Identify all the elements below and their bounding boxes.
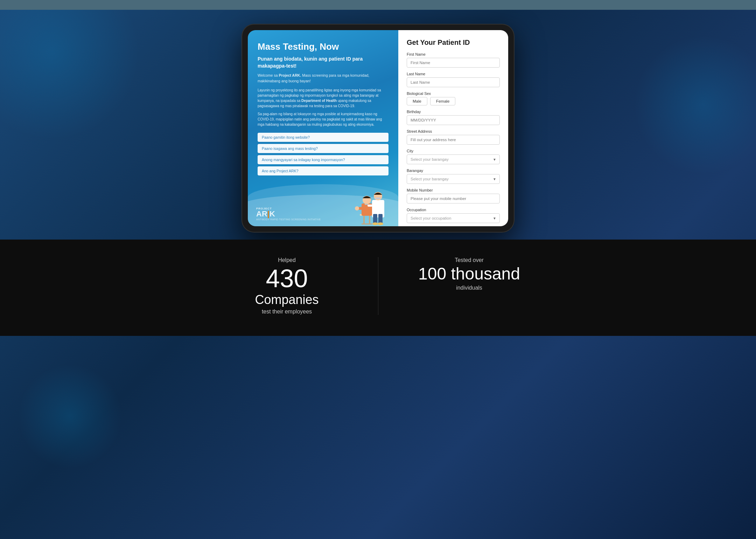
sex-button-group: Male Female: [407, 97, 500, 105]
left-panel: Mass Testing, Now Punan ang biodata, kun…: [248, 30, 398, 226]
occupation-label: Occupation: [407, 208, 500, 212]
last-name-label: Last Name: [407, 72, 500, 76]
tablet-screen: Mass Testing, Now Punan ang biodata, kun…: [248, 30, 508, 226]
svg-rect-9: [373, 214, 377, 224]
mobile-label: Mobile Number: [407, 188, 500, 192]
svg-rect-3: [362, 223, 372, 224]
project-logo: PROJECT AR | K ANTIBODY RAPID TESTING SC…: [256, 207, 321, 221]
last-name-input[interactable]: [407, 77, 500, 87]
city-label: City: [407, 149, 500, 153]
svg-point-11: [372, 222, 378, 225]
individuals-number: 100 thousand: [399, 265, 539, 283]
subtitle: Punan ang biodata, kunin ang patient ID …: [258, 56, 388, 69]
svg-point-7: [355, 206, 359, 210]
barangay-select[interactable]: Select your barangay: [407, 174, 500, 184]
companies-label: Companies: [217, 292, 357, 307]
city-select[interactable]: Select your barangay: [407, 154, 500, 164]
faq-button-4[interactable]: Ano ang Project ARK?: [258, 166, 388, 175]
street-group: Street Address: [407, 129, 500, 145]
barangay-group: Barangay Select your barangay ▼: [407, 168, 500, 184]
patient-figure: [355, 196, 374, 224]
street-input[interactable]: [407, 135, 500, 145]
stats-section: Helped 430 Companies test their employee…: [0, 240, 756, 336]
welcome-text: Welcome sa Project ARK. Mass screening p…: [258, 73, 388, 84]
birthday-group: Birthday: [407, 110, 500, 125]
female-button[interactable]: Female: [430, 97, 455, 105]
birthday-input[interactable]: [407, 115, 500, 125]
logo-ark-text: AR | K: [256, 210, 321, 218]
companies-number: 430: [217, 265, 357, 292]
birthday-label: Birthday: [407, 110, 500, 114]
logo-tagline: ANTIBODY RAPID TESTING SCREENING INITIAT…: [256, 218, 321, 221]
svg-rect-15: [365, 204, 368, 205]
tested-label: Tested over: [399, 257, 539, 263]
companies-desc: test their employees: [217, 309, 357, 315]
illustration: [339, 181, 395, 226]
faq-section: Paano gamitin itong website? Paano isaga…: [258, 133, 388, 175]
bio-sex-label: Biological Sex: [407, 91, 500, 96]
companies-stat: Helped 430 Companies test their employee…: [217, 257, 357, 315]
body-text-1: Layunin ng proyektong ito ang panatilihi…: [258, 88, 388, 109]
occupation-select[interactable]: Select your occupation: [407, 213, 500, 223]
page-background: Mass Testing, Now Punan ang biodata, kun…: [0, 0, 756, 539]
first-name-group: First Name: [407, 52, 500, 68]
first-name-input[interactable]: [407, 58, 500, 68]
mobile-input[interactable]: [407, 194, 500, 203]
form-panel: Get Your Patient ID First Name Last Name…: [398, 30, 508, 226]
helped-label: Helped: [217, 257, 357, 263]
form-title: Get Your Patient ID: [407, 39, 500, 47]
svg-rect-10: [378, 214, 383, 224]
svg-rect-2: [369, 216, 370, 224]
barangay-select-wrapper: Select your barangay ▼: [407, 174, 500, 184]
last-name-group: Last Name: [407, 72, 500, 87]
svg-rect-14: [368, 205, 373, 207]
individuals-stat: Tested over 100 thousand individuals: [399, 257, 539, 291]
bio-sex-group: Biological Sex Male Female: [407, 91, 500, 105]
faq-button-3[interactable]: Anong mangyayari sa inilagay kong imporm…: [258, 155, 388, 164]
first-name-label: First Name: [407, 52, 500, 56]
occupation-group: Occupation Select your occupation ▼: [407, 208, 500, 223]
barangay-label: Barangay: [407, 168, 500, 173]
svg-point-12: [378, 222, 383, 225]
individuals-desc: individuals: [399, 285, 539, 291]
main-title: Mass Testing, Now: [258, 41, 388, 52]
body-text-2: Sa pag-alam ng bilang at lokasyon ng mga…: [258, 111, 388, 127]
svg-rect-1: [363, 216, 365, 224]
faq-button-2[interactable]: Paano isagawa ang mass testing?: [258, 144, 388, 153]
city-group: City Select your barangay ▼: [407, 149, 500, 164]
stats-divider: [378, 257, 378, 315]
male-button[interactable]: Male: [407, 97, 427, 105]
tablet-wrapper: Mass Testing, Now Punan ang biodata, kun…: [0, 10, 756, 240]
faq-button-1[interactable]: Paano gamitin itong website?: [258, 133, 388, 142]
street-label: Street Address: [407, 129, 500, 133]
top-bar: [0, 0, 756, 10]
mobile-group: Mobile Number: [407, 188, 500, 203]
occupation-select-wrapper: Select your occupation ▼: [407, 213, 500, 223]
tablet-device: Mass Testing, Now Punan ang biodata, kun…: [241, 24, 514, 233]
city-select-wrapper: Select your barangay ▼: [407, 154, 500, 164]
